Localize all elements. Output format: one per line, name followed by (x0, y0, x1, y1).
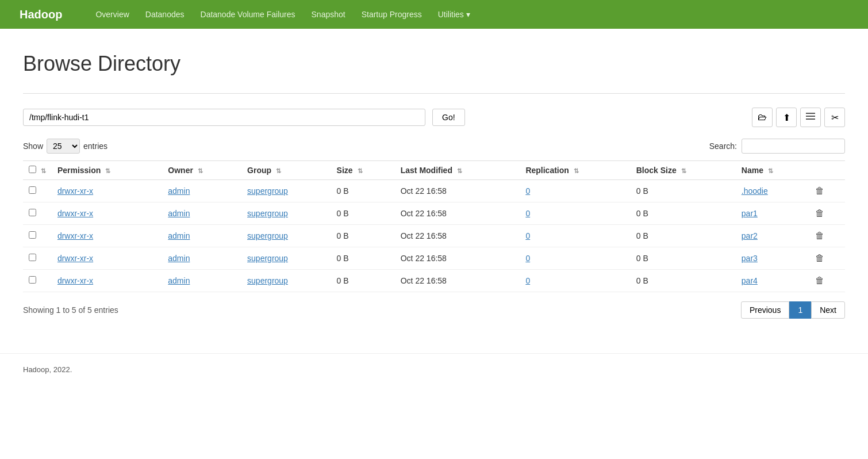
row-size-4: 0 B (331, 270, 395, 292)
row-owner-0: admin (162, 180, 241, 202)
path-row: Go! 🗁 ⬆ ✂ (23, 108, 845, 127)
delete-icon-3[interactable]: 🗑 (815, 253, 824, 263)
col-delete (809, 161, 845, 180)
row-select-0[interactable] (29, 186, 36, 194)
entries-label: entries (83, 141, 107, 151)
sort-group: ⇅ (276, 167, 281, 174)
owner-link-0[interactable]: admin (168, 186, 190, 196)
row-checkbox-1 (23, 202, 52, 225)
previous-button[interactable]: Previous (741, 301, 789, 319)
group-link-3[interactable]: supergroup (247, 254, 288, 263)
toolbar-icons: 🗁 ⬆ ✂ (752, 108, 845, 127)
delete-icon-4[interactable]: 🗑 (815, 276, 824, 285)
permission-link-0[interactable]: drwxr-xr-x (57, 186, 93, 196)
row-name-3: par3 (736, 247, 809, 270)
row-group-0: supergroup (241, 180, 331, 202)
nav-snapshot[interactable]: Snapshot (304, 0, 354, 29)
col-name[interactable]: Name ⇅ (736, 161, 809, 180)
scissors-icon-button[interactable]: ✂ (824, 108, 845, 127)
col-block-size[interactable]: Block Size ⇅ (631, 161, 736, 180)
permission-link-2[interactable]: drwxr-xr-x (57, 231, 93, 240)
row-replication-4: 0 (520, 270, 630, 292)
name-link-3[interactable]: par3 (742, 254, 758, 263)
row-replication-3: 0 (520, 247, 630, 270)
entries-select[interactable]: 10 25 50 100 (47, 139, 80, 154)
nav-utilities[interactable]: Utilities ▾ (430, 0, 478, 29)
page-1-button[interactable]: 1 (789, 301, 811, 319)
sort-permission: ⇅ (105, 167, 110, 174)
folder-icon-button[interactable]: 🗁 (752, 108, 773, 127)
directory-table: ⇅ Permission ⇅ Owner ⇅ Group ⇅ Size ⇅ La… (23, 160, 845, 292)
select-all-checkbox[interactable] (29, 166, 36, 173)
table-row: drwxr-xr-x admin supergroup 0 B Oct 22 1… (23, 180, 845, 202)
col-replication[interactable]: Replication ⇅ (520, 161, 630, 180)
permission-link-4[interactable]: drwxr-xr-x (57, 276, 93, 285)
owner-link-2[interactable]: admin (168, 231, 190, 240)
owner-link-3[interactable]: admin (168, 254, 190, 263)
row-select-1[interactable] (29, 209, 36, 216)
delete-icon-2[interactable]: 🗑 (815, 231, 824, 240)
brand-logo[interactable]: Hadoop (11, 0, 70, 29)
row-block-size-2: 0 B (631, 225, 736, 247)
row-owner-4: admin (162, 270, 241, 292)
replication-link-3[interactable]: 0 (525, 254, 530, 263)
row-permission-2: drwxr-xr-x (52, 225, 162, 247)
owner-link-4[interactable]: admin (168, 276, 190, 285)
permission-link-3[interactable]: drwxr-xr-x (57, 254, 93, 263)
nav-datanodes[interactable]: Datanodes (137, 0, 193, 29)
svg-rect-2 (806, 118, 815, 120)
controls-row: Show 10 25 50 100 entries Search: (23, 139, 845, 154)
nav-startup-progress[interactable]: Startup Progress (354, 0, 430, 29)
name-link-4[interactable]: par4 (742, 276, 758, 285)
row-select-3[interactable] (29, 254, 36, 261)
delete-icon-0[interactable]: 🗑 (815, 186, 824, 196)
replication-link-1[interactable]: 0 (525, 209, 530, 218)
main-content: Browse Directory Go! 🗁 ⬆ (0, 29, 868, 330)
replication-link-0[interactable]: 0 (525, 186, 530, 196)
replication-link-2[interactable]: 0 (525, 231, 530, 240)
col-last-modified[interactable]: Last Modified ⇅ (395, 161, 520, 180)
row-block-size-4: 0 B (631, 270, 736, 292)
path-input[interactable] (23, 109, 425, 126)
row-select-4[interactable] (29, 276, 36, 284)
row-delete-4: 🗑 (809, 270, 845, 292)
row-block-size-0: 0 B (631, 180, 736, 202)
sort-owner: ⇅ (198, 167, 203, 174)
nav-datanode-volume-failures[interactable]: Datanode Volume Failures (193, 0, 304, 29)
row-name-1: par1 (736, 202, 809, 225)
group-link-1[interactable]: supergroup (247, 209, 288, 218)
list-icon-button[interactable] (800, 108, 821, 127)
sort-replication: ⇅ (574, 167, 579, 174)
footer: Hadoop, 2022. (0, 353, 868, 385)
col-size[interactable]: Size ⇅ (331, 161, 395, 180)
pagination-buttons: Previous 1 Next (741, 301, 845, 319)
group-link-4[interactable]: supergroup (247, 276, 288, 285)
owner-link-1[interactable]: admin (168, 209, 190, 218)
group-link-2[interactable]: supergroup (247, 231, 288, 240)
divider (23, 93, 845, 94)
col-owner[interactable]: Owner ⇅ (162, 161, 241, 180)
row-group-4: supergroup (241, 270, 331, 292)
delete-icon-1[interactable]: 🗑 (815, 208, 824, 218)
table-row: drwxr-xr-x admin supergroup 0 B Oct 22 1… (23, 225, 845, 247)
replication-link-4[interactable]: 0 (525, 276, 530, 285)
go-button[interactable]: Go! (432, 109, 465, 126)
sort-last-modified: ⇅ (457, 167, 462, 174)
search-input[interactable] (742, 139, 845, 154)
col-permission[interactable]: Permission ⇅ (52, 161, 162, 180)
row-block-size-1: 0 B (631, 202, 736, 225)
name-link-1[interactable]: par1 (742, 209, 758, 218)
row-group-1: supergroup (241, 202, 331, 225)
group-link-0[interactable]: supergroup (247, 186, 288, 196)
nav-overview[interactable]: Overview (87, 0, 137, 29)
name-link-0[interactable]: .hoodie (742, 186, 768, 196)
sort-block-size: ⇅ (681, 167, 686, 174)
row-owner-3: admin (162, 247, 241, 270)
row-delete-0: 🗑 (809, 180, 845, 202)
col-group[interactable]: Group ⇅ (241, 161, 331, 180)
upload-icon-button[interactable]: ⬆ (776, 108, 797, 127)
row-select-2[interactable] (29, 231, 36, 239)
next-button[interactable]: Next (811, 301, 845, 319)
name-link-2[interactable]: par2 (742, 231, 758, 240)
permission-link-1[interactable]: drwxr-xr-x (57, 209, 93, 218)
